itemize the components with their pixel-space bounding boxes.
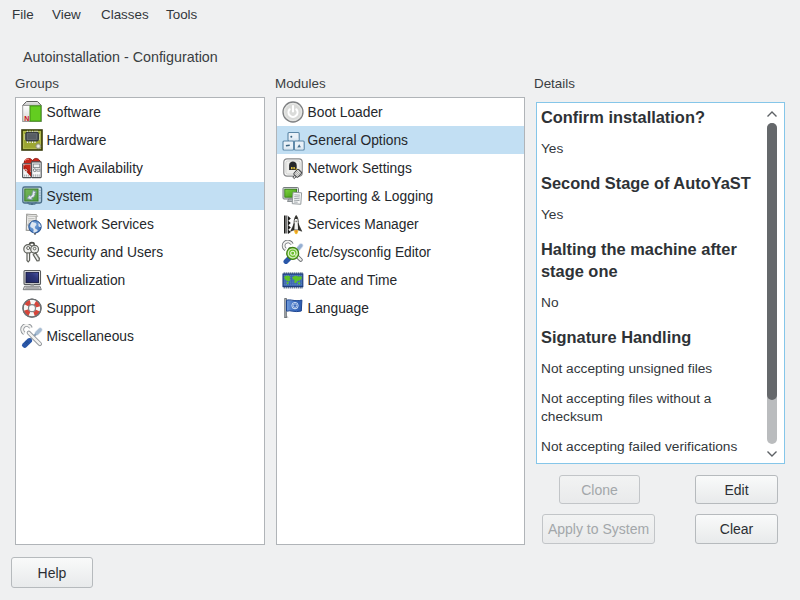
svg-text:N: N [24,115,29,122]
